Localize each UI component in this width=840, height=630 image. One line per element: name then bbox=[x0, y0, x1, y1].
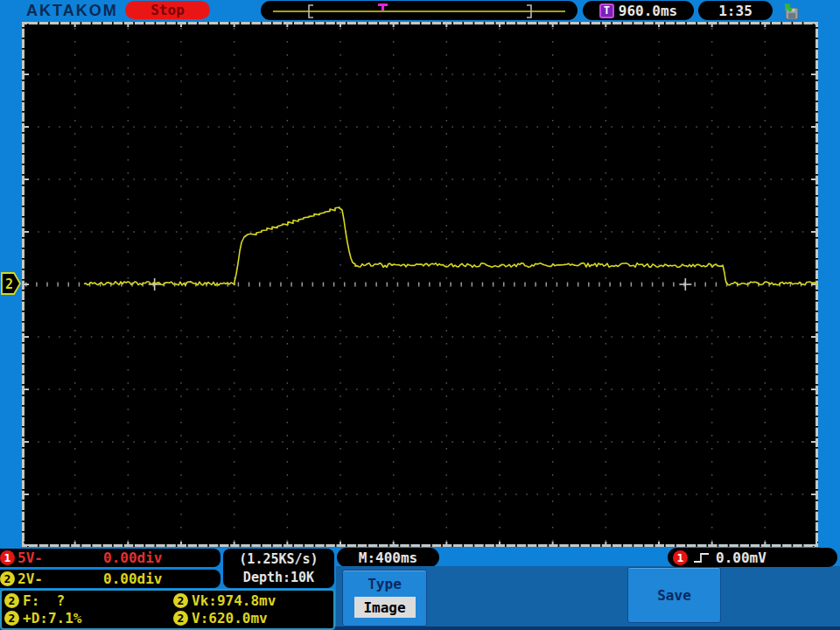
storage-disk-icon bbox=[781, 2, 801, 21]
acquisition-info-box: (1.25KS/s) Depth:10K bbox=[223, 549, 334, 588]
meas-ch-badge: 2 bbox=[4, 593, 19, 608]
waveform-display bbox=[22, 22, 818, 547]
channel2-offset: 0.00div bbox=[103, 570, 162, 587]
channel1-volts-per-div: 5V- bbox=[18, 550, 43, 566]
trigger-level-readout: 1 0.00mV bbox=[668, 548, 837, 567]
sample-rate: (1.25KS/s) bbox=[239, 550, 318, 569]
run-state-badge: Stop bbox=[125, 1, 210, 19]
trigger-level-value: 0.00mV bbox=[716, 550, 766, 566]
brand-logo: AKTAKOM bbox=[26, 2, 118, 20]
type-menu-label: Type bbox=[343, 576, 426, 592]
type-selected-option[interactable]: Image bbox=[354, 597, 416, 618]
meas-value: +D:7.1% bbox=[23, 610, 81, 626]
measurement-duty: 2 +D:7.1% bbox=[4, 610, 173, 628]
timebase-readout: M:400ms bbox=[337, 548, 439, 567]
memory-depth: Depth:10K bbox=[243, 569, 314, 587]
channel2-volts-per-div: 2V- bbox=[18, 570, 43, 587]
channel1-scale-readout: 1 5V- 0.00div bbox=[0, 549, 220, 567]
trigger-t-icon: T bbox=[599, 4, 614, 18]
meas-value: V:620.0mv bbox=[192, 610, 268, 626]
clock-display: 1:35 bbox=[698, 1, 773, 20]
oscilloscope-screen: AKTAKOM Stop T 960.0ms 1:35 2 1 5V- 0.00… bbox=[0, 0, 840, 630]
measurement-vk: 2 Vk:974.8mv bbox=[173, 592, 333, 610]
trigger-marker-icon bbox=[378, 4, 388, 10]
channel2-position-marker: 2 bbox=[1, 272, 22, 295]
meas-ch-badge: 2 bbox=[173, 593, 188, 608]
measurements-box: 2 F: ? 2 Vk:974.8mv 2 +D:7.1% 2 V:620.0m… bbox=[0, 589, 335, 630]
type-menu-button[interactable]: Type Image bbox=[342, 570, 427, 626]
save-button[interactable]: Save bbox=[627, 567, 721, 623]
measurement-v: 2 V:620.0mv bbox=[173, 610, 333, 628]
channel2-marker-label: 2 bbox=[5, 276, 13, 292]
trigger-time-display: T 960.0ms bbox=[583, 1, 694, 20]
trigger-position-bar bbox=[261, 1, 578, 20]
meas-ch-badge: 2 bbox=[4, 611, 19, 626]
trigger-time-value: 960.0ms bbox=[619, 3, 677, 19]
meas-value: Vk:974.8mv bbox=[192, 592, 276, 609]
channel2-badge: 2 bbox=[0, 571, 15, 586]
measurement-frequency: 2 F: ? bbox=[4, 592, 173, 610]
channel1-offset: 0.00div bbox=[103, 550, 162, 566]
meas-ch-badge: 2 bbox=[173, 611, 188, 626]
meas-value: F: ? bbox=[23, 592, 65, 609]
record-window-indicator bbox=[261, 1, 578, 20]
channel1-badge: 1 bbox=[0, 550, 15, 565]
rising-edge-icon bbox=[692, 550, 711, 564]
channel2-scale-readout: 2 2V- 0.00div bbox=[0, 570, 220, 588]
trigger-source-badge: 1 bbox=[673, 550, 688, 565]
